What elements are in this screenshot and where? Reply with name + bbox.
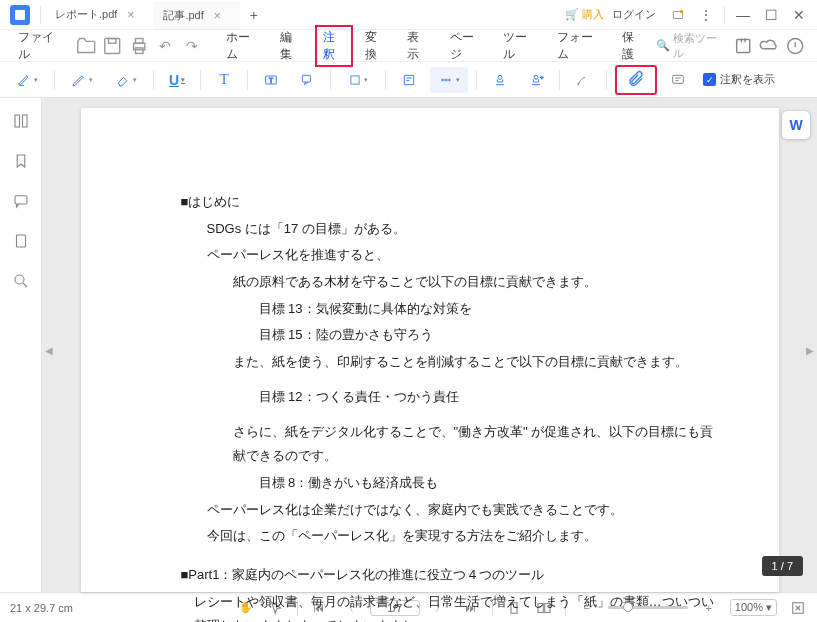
tab-label: 記事.pdf xyxy=(163,8,203,23)
menu-tools[interactable]: ツール xyxy=(495,25,545,67)
svg-point-14 xyxy=(498,75,502,79)
content-area[interactable]: ◀ ▶ W ■はじめに SDGs には「17 の目標」がある。 ペーパーレス化を… xyxy=(42,98,817,592)
body-text: 目標 12：つくる責任・つかう責任 xyxy=(181,385,719,410)
body-text: 目標 13：気候変動に具体的な対策を xyxy=(181,297,719,322)
tab-report[interactable]: レポート.pdf × xyxy=(45,1,153,29)
shape-tool[interactable]: ▾ xyxy=(339,67,377,93)
menu-view[interactable]: 表示 xyxy=(399,25,437,67)
svg-rect-19 xyxy=(15,115,20,127)
zoom-value[interactable]: 100% ▾ xyxy=(730,599,777,616)
fit-page-icon[interactable] xyxy=(789,599,807,617)
sidebar xyxy=(0,98,42,592)
heading: ■はじめに xyxy=(181,190,719,215)
notifications-icon[interactable] xyxy=(664,1,692,29)
highlighter-tool[interactable]: ▾ xyxy=(8,67,46,93)
svg-rect-7 xyxy=(736,39,749,52)
pencil-tool[interactable]: ▾ xyxy=(63,67,101,93)
menubar: ファイル ↶ ↷ ホーム 編集 注釈 変換 表示 ページ ツール フォーム 保護… xyxy=(0,30,817,62)
underline-tool[interactable]: U▾ xyxy=(162,67,192,93)
cart-icon: 🛒 xyxy=(565,8,579,21)
more-icon[interactable]: ⋮ xyxy=(692,1,720,29)
close-button[interactable]: ✕ xyxy=(785,1,813,29)
menu-annotation[interactable]: 注釈 xyxy=(315,25,353,67)
purchase-link[interactable]: 🛒 購入 xyxy=(565,7,604,22)
svg-point-23 xyxy=(15,275,24,284)
comments-icon[interactable] xyxy=(12,192,30,210)
search-icon: 🔍 xyxy=(656,39,670,52)
toolbar: ▾ ▾ ▾ U▾ T T ▾ ▾ + ✓ 注釈を表示 xyxy=(0,62,817,98)
share-icon[interactable] xyxy=(732,34,754,58)
body-text: ペーパーレス化を推進すると、 xyxy=(181,243,719,268)
svg-point-1 xyxy=(680,9,684,13)
word-export-button[interactable]: W xyxy=(781,110,811,140)
undo-icon[interactable]: ↶ xyxy=(154,34,176,58)
zoom-slider[interactable] xyxy=(608,606,688,609)
svg-rect-13 xyxy=(404,75,413,84)
tab-article[interactable]: 記事.pdf × xyxy=(153,1,239,29)
bookmarks-icon[interactable] xyxy=(12,152,30,170)
signature-tool[interactable]: + xyxy=(521,67,551,93)
page-dimensions: 21 x 29.7 cm xyxy=(10,602,73,614)
menu-form[interactable]: フォーム xyxy=(549,25,610,67)
link-tool[interactable] xyxy=(568,67,598,93)
prev-page-arrow[interactable]: ◀ xyxy=(45,345,53,356)
textbox-tool[interactable]: T xyxy=(256,67,286,93)
svg-rect-11 xyxy=(302,75,310,82)
text-tool[interactable]: T xyxy=(209,67,239,93)
svg-rect-20 xyxy=(22,115,27,127)
comment-tool[interactable] xyxy=(663,67,693,93)
body-text: さらに、紙をデジタル化することで、"働き方改革" が促進され、以下の目標にも貢献… xyxy=(181,420,719,469)
next-page-arrow[interactable]: ▶ xyxy=(806,345,814,356)
maximize-button[interactable]: ☐ xyxy=(757,1,785,29)
close-icon[interactable]: × xyxy=(214,9,221,23)
svg-rect-3 xyxy=(109,38,116,43)
menu-edit[interactable]: 編集 xyxy=(272,25,310,67)
svg-rect-2 xyxy=(105,38,120,53)
body-text: 紙の原料である木材を守ることで以下の目標に貢献できます。 xyxy=(181,270,719,295)
page-indicator: 1 / 7 xyxy=(762,556,803,576)
svg-rect-22 xyxy=(16,235,25,247)
tab-label: レポート.pdf xyxy=(55,7,117,22)
body-text: 目標 15：陸の豊かさも守ろう xyxy=(181,323,719,348)
search-tools[interactable]: 🔍 検索ツール xyxy=(656,31,723,61)
body-text: ペーパーレス化は企業だけではなく、家庭内でも実践できることです。 xyxy=(181,498,719,523)
measure-tool[interactable]: ▾ xyxy=(430,67,468,93)
attachments-icon[interactable] xyxy=(12,232,30,250)
menu-protect[interactable]: 保護 xyxy=(614,25,652,67)
help-icon[interactable] xyxy=(784,34,806,58)
body-text: SDGs には「17 の目標」がある。 xyxy=(181,217,719,242)
pdf-page: ■はじめに SDGs には「17 の目標」がある。 ペーパーレス化を推進すると、… xyxy=(81,108,779,592)
stamp-tool[interactable] xyxy=(485,67,515,93)
attachment-tool[interactable] xyxy=(615,65,657,95)
svg-text:+: + xyxy=(540,73,544,79)
close-icon[interactable]: × xyxy=(127,8,134,22)
app-icon xyxy=(10,5,30,25)
menu-file[interactable]: ファイル xyxy=(10,25,71,67)
body-text: 目標 8：働きがいも経済成長も xyxy=(181,471,719,496)
main-area: ◀ ▶ W ■はじめに SDGs には「17 の目標」がある。 ペーパーレス化を… xyxy=(0,98,817,592)
menu-home[interactable]: ホーム xyxy=(218,25,268,67)
print-icon[interactable] xyxy=(128,34,150,58)
svg-text:T: T xyxy=(269,76,273,83)
redo-icon[interactable]: ↷ xyxy=(181,34,203,58)
minimize-button[interactable]: — xyxy=(729,1,757,29)
svg-rect-21 xyxy=(15,196,27,204)
note-tool[interactable] xyxy=(394,67,424,93)
svg-rect-12 xyxy=(351,75,359,83)
body-text: 今回は、この「ペーパーレス化」を実現する方法をご紹介します。 xyxy=(181,524,719,549)
svg-rect-18 xyxy=(673,75,684,83)
cloud-icon[interactable] xyxy=(758,34,780,58)
svg-rect-6 xyxy=(135,47,142,53)
open-icon[interactable] xyxy=(75,34,97,58)
menu-convert[interactable]: 変換 xyxy=(357,25,395,67)
thumbnails-icon[interactable] xyxy=(12,112,30,130)
login-link[interactable]: ログイン xyxy=(612,7,656,22)
search-icon[interactable] xyxy=(12,272,30,290)
checkmark-icon: ✓ xyxy=(703,73,716,86)
eraser-tool[interactable]: ▾ xyxy=(107,67,145,93)
menu-page[interactable]: ページ xyxy=(442,25,492,67)
show-annotations-checkbox[interactable]: ✓ 注釈を表示 xyxy=(703,72,775,87)
callout-tool[interactable] xyxy=(292,67,322,93)
svg-point-15 xyxy=(534,75,538,79)
save-icon[interactable] xyxy=(101,34,123,58)
